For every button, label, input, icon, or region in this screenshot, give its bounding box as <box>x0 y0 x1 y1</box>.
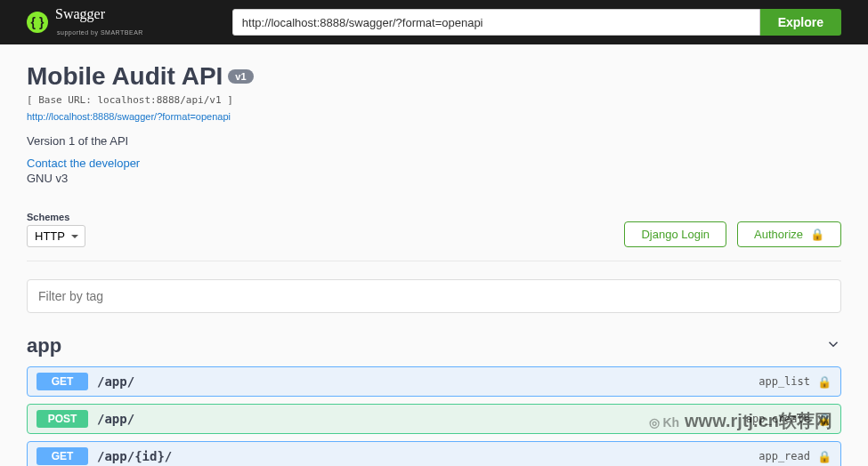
filter-input[interactable] <box>27 279 841 313</box>
schemes-select[interactable]: HTTP <box>27 225 85 247</box>
chevron-down-icon <box>825 336 841 356</box>
operation-id: app_create <box>746 413 810 425</box>
swagger-icon: { } <box>27 12 48 33</box>
operation-id: app_list <box>758 375 810 388</box>
api-description: Version 1 of the API <box>27 134 841 148</box>
schemes-label: Schemes <box>27 212 85 222</box>
operations-list: GET/app/app_list🔒POST/app/app_create🔒GET… <box>27 366 841 466</box>
lock-icon: 🔒 <box>810 228 824 241</box>
tag-header[interactable]: app <box>27 329 841 366</box>
explore-button[interactable]: Explore <box>760 9 841 36</box>
topbar: { } Swagger supported by SMARTBEAR Explo… <box>0 0 868 44</box>
django-login-button[interactable]: Django Login <box>624 221 726 247</box>
version-badge: v1 <box>228 69 253 84</box>
lock-icon: 🔒 <box>817 450 831 463</box>
operation-row[interactable]: GET/app/{id}/app_read🔒 <box>27 441 841 466</box>
lock-icon: 🔒 <box>817 413 831 426</box>
base-url: [ Base URL: localhost:8888/api/v1 ] <box>27 94 841 106</box>
tag-name: app <box>27 334 61 358</box>
brand-sub: supported by SMARTBEAR <box>57 29 143 36</box>
url-input[interactable] <box>232 9 760 36</box>
api-info: Mobile Audit API v1 [ Base URL: localhos… <box>27 62 841 185</box>
contact-link[interactable]: Contact the developer <box>27 157 841 170</box>
license-text: GNU v3 <box>27 172 841 185</box>
operation-id: app_read <box>758 450 810 462</box>
logo: { } Swagger supported by SMARTBEAR <box>27 6 143 38</box>
method-badge: POST <box>37 410 88 428</box>
schemes-row: Schemes HTTP Django Login Authorize 🔒 <box>27 212 841 261</box>
method-badge: GET <box>37 447 88 465</box>
api-title: Mobile Audit API <box>27 62 223 91</box>
authorize-button[interactable]: Authorize 🔒 <box>737 221 841 247</box>
method-badge: GET <box>37 373 88 390</box>
lock-icon: 🔒 <box>817 375 831 389</box>
operation-path: /app/ <box>97 374 758 389</box>
operation-row[interactable]: GET/app/app_list🔒 <box>27 366 841 397</box>
swagger-url-link[interactable]: http://localhost:8888/swagger/?format=op… <box>27 111 231 122</box>
operation-row[interactable]: POST/app/app_create🔒 <box>27 404 841 434</box>
brand-name: Swagger <box>55 6 105 21</box>
operation-path: /app/{id}/ <box>97 449 758 463</box>
operation-path: /app/ <box>97 412 746 426</box>
brand-text: Swagger supported by SMARTBEAR <box>55 6 143 38</box>
